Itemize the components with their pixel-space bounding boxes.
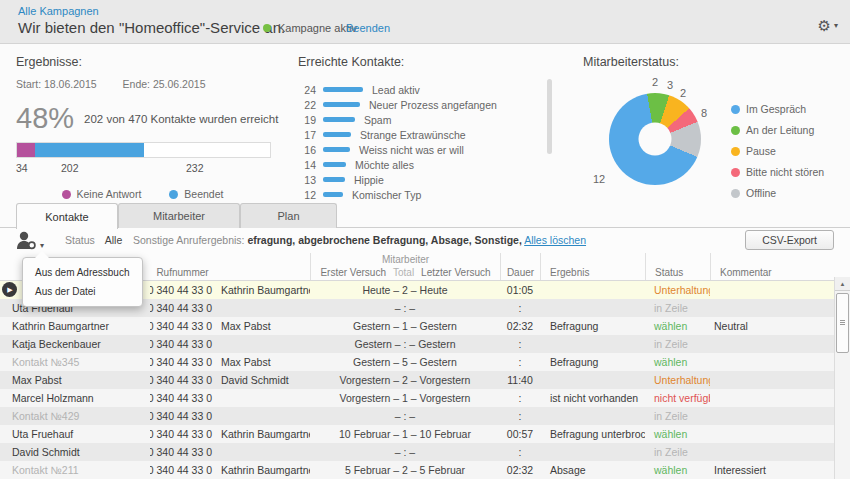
dauer-cell: 02:32 bbox=[500, 461, 540, 479]
col-header-ergebnis: Ergebnis bbox=[540, 265, 645, 280]
bar bbox=[323, 117, 355, 122]
legend-item: Keine Antwort bbox=[62, 188, 142, 200]
tab-kontakte[interactable]: Kontakte bbox=[16, 203, 118, 229]
col-header-letzter-versuch: Letzter Versuch bbox=[421, 267, 490, 278]
donut-segment-value: 8 bbox=[701, 107, 707, 119]
tabs: KontakteMitarbeiterPlan bbox=[16, 203, 337, 228]
breadcrumb-all-campaigns[interactable]: Alle Kampagnen bbox=[18, 5, 99, 17]
campaign-status: Kampagne aktiv bbox=[263, 22, 357, 34]
gear-icon: ⚙ bbox=[818, 18, 831, 33]
bar-label: Weiss nicht was er will bbox=[359, 144, 464, 156]
bar-label: Lead aktiv bbox=[372, 84, 420, 96]
scrollbar-thumb[interactable] bbox=[836, 293, 849, 353]
table-row[interactable]: Katja Beckenbauer0 30 340 44 33 0Gestern… bbox=[0, 335, 850, 353]
kommentar-cell bbox=[710, 425, 850, 443]
ergebnis-cell bbox=[540, 281, 645, 299]
mitarbeiter-cell: Max Pabst bbox=[215, 317, 310, 335]
results-title: Ergebnisse: bbox=[16, 55, 284, 69]
progress-tick-label: 202 bbox=[61, 162, 79, 174]
versuch-cell: Vorgestern – 2 – Vorgestern bbox=[310, 371, 500, 389]
dauer-cell: : bbox=[500, 353, 540, 371]
table-row[interactable]: Max Pabst0 30 340 44 33 0David SchmidtVo… bbox=[0, 371, 850, 389]
person-add-icon bbox=[16, 231, 37, 250]
donut-segment-value: 2 bbox=[652, 76, 658, 88]
play-icon: ▶ bbox=[7, 286, 12, 293]
legend-item: An der Leitung bbox=[731, 124, 824, 136]
employee-status-legend: Im GesprächAn der LeitungPauseBitte nich… bbox=[731, 103, 824, 199]
tab-mitarbeiter[interactable]: Mitarbeiter bbox=[118, 203, 240, 228]
status-filter-label: Status bbox=[65, 234, 95, 246]
col-header-kommentar: Kommentar bbox=[710, 265, 850, 280]
clear-filters-link[interactable]: Alles löschen bbox=[524, 234, 586, 246]
bar-chart-row: 19Spam bbox=[298, 112, 566, 127]
bar-label: Komischer Typ bbox=[352, 189, 421, 201]
table-row[interactable]: Marcel Holzmann0 30 340 44 33 0Vorgester… bbox=[0, 389, 850, 407]
csv-export-button[interactable]: CSV-Export bbox=[745, 230, 834, 250]
legend-dot-icon bbox=[731, 147, 740, 156]
dauer-cell: 11:40 bbox=[500, 371, 540, 389]
rufnummer-cell: 0 30 340 44 33 0 bbox=[150, 353, 215, 371]
table-row[interactable]: Kontakt №3450 30 340 44 33 0Max PabstGes… bbox=[0, 353, 850, 371]
mitarbeiter-cell bbox=[215, 299, 310, 317]
table-row[interactable]: Kontakt №4290 30 340 44 33 0– : –:in Zei… bbox=[0, 407, 850, 425]
versuch-cell: – : – bbox=[310, 443, 500, 461]
table-row[interactable]: Uta Fruehauf0 30 340 44 33 0Kathrin Baum… bbox=[0, 425, 850, 443]
end-campaign-link[interactable]: Beenden bbox=[346, 22, 390, 34]
menu-item[interactable]: Aus der Datei bbox=[23, 282, 142, 301]
col-header-total: Total bbox=[393, 267, 414, 278]
legend-dot-icon bbox=[731, 168, 740, 177]
col-header-rufnummer: Rufnummer bbox=[150, 265, 215, 280]
status-cell: in Zeile bbox=[645, 443, 710, 461]
progress-segment bbox=[17, 143, 35, 157]
ergebnis-cell: Absage bbox=[540, 461, 645, 479]
status-cell[interactable]: wählen bbox=[645, 317, 710, 335]
bar bbox=[323, 177, 345, 182]
results-panel: Ergebnisse: Start: 18.06.2015 Ende: 25.0… bbox=[16, 55, 284, 200]
versuch-cell: – : – bbox=[310, 407, 500, 425]
scrollbar-up-button[interactable]: ▲ bbox=[835, 277, 850, 291]
ergebnis-cell bbox=[540, 443, 645, 461]
table-row[interactable]: Kontakt №2110 30 340 44 33 0Kathrin Baum… bbox=[0, 461, 850, 479]
status-cell[interactable]: wählen bbox=[645, 461, 710, 479]
bar-chart-row: 17Strange Extrawünsche bbox=[298, 127, 566, 142]
col-header-mitarbeiter-name bbox=[215, 265, 310, 280]
reached-contacts-panel: Erreichte Kontakte: 24Lead aktiv22Neuer … bbox=[298, 55, 566, 202]
menu-item[interactable]: Aus dem Adressbuch bbox=[23, 263, 142, 282]
contact-name-cell: Marcel Holzmann bbox=[0, 389, 150, 407]
table-row[interactable]: Kathrin Baumgartner0 30 340 44 33 0Max P… bbox=[0, 317, 850, 335]
kommentar-cell: Interessiert bbox=[710, 461, 850, 479]
add-contact-button[interactable]: ▾ bbox=[16, 231, 44, 250]
progress-tick-label: 34 bbox=[16, 162, 28, 174]
row-play-button[interactable]: ▶ bbox=[2, 282, 17, 297]
contact-name-cell: Uta Fruehauf bbox=[0, 425, 150, 443]
status-cell: in Zeile bbox=[645, 335, 710, 353]
legend-label: Im Gespräch bbox=[746, 103, 806, 115]
ergebnis-cell: Befragung bbox=[540, 317, 645, 335]
rufnummer-cell: 0 30 340 44 33 0 bbox=[150, 299, 215, 317]
contact-name-cell: Max Pabst bbox=[0, 371, 150, 389]
end-date: Ende: 25.06.2015 bbox=[123, 78, 206, 90]
legend-item: Bitte nicht stören bbox=[731, 166, 824, 178]
status-filter: Status Alle bbox=[65, 234, 122, 246]
bar-value: 13 bbox=[298, 174, 316, 186]
bar bbox=[323, 192, 343, 197]
kommentar-cell bbox=[710, 407, 850, 425]
kommentar-cell bbox=[710, 335, 850, 353]
chart-scrollbar[interactable] bbox=[547, 79, 552, 154]
tab-plan[interactable]: Plan bbox=[240, 203, 337, 228]
rufnummer-cell: 0 30 340 44 33 0 bbox=[150, 389, 215, 407]
status-cell[interactable]: wählen bbox=[645, 353, 710, 371]
ergebnis-cell bbox=[540, 407, 645, 425]
mitarbeiter-cell: Max Pabst bbox=[215, 353, 310, 371]
progress-bar bbox=[16, 142, 271, 158]
legend-dot-icon bbox=[62, 190, 71, 199]
settings-button[interactable]: ⚙ ▾ bbox=[818, 18, 838, 33]
status-cell[interactable]: wählen bbox=[645, 425, 710, 443]
progress-tick-label: 232 bbox=[186, 162, 204, 174]
legend-label: Bitte nicht stören bbox=[746, 166, 824, 178]
reach-summary: 48% 202 von 470 Kontakte wurden erreicht bbox=[16, 102, 284, 135]
versuch-cell: Gestern – 1 – Gestern bbox=[310, 317, 500, 335]
table-row[interactable]: David Schmidt0 30 340 44 33 0– : –:in Ze… bbox=[0, 443, 850, 461]
status-filter-value[interactable]: Alle bbox=[105, 234, 123, 246]
table-scrollbar[interactable]: ▲ bbox=[834, 277, 850, 479]
